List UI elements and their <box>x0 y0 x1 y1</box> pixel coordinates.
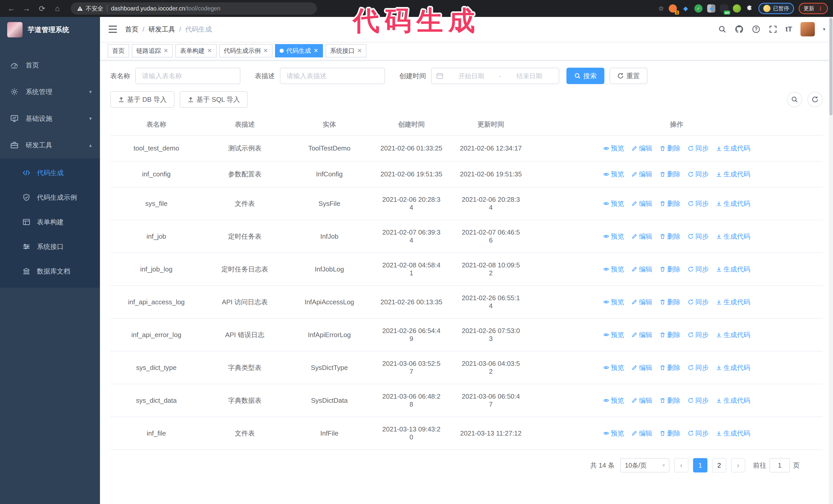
home-icon[interactable]: ⌂ <box>51 2 64 15</box>
generate-code-link[interactable]: 生成代码 <box>716 297 750 307</box>
browser-menu-icon[interactable]: ⋮ <box>818 5 823 11</box>
delete-link[interactable]: 删除 <box>660 297 681 307</box>
generate-code-link[interactable]: 生成代码 <box>716 199 750 208</box>
preview-link[interactable]: 预览 <box>603 297 624 307</box>
scrollbar-thumb[interactable] <box>829 18 832 115</box>
extension-grid-icon[interactable]: ◆ <box>707 4 715 13</box>
sync-link[interactable]: 同步 <box>688 265 709 274</box>
generate-code-link[interactable]: 生成代码 <box>716 331 750 339</box>
preview-link[interactable]: 预览 <box>603 199 624 208</box>
preview-link[interactable]: 预览 <box>603 331 624 339</box>
sidebar-item-codegen[interactable]: 代码生成 <box>0 161 100 185</box>
reload-icon[interactable]: ⟳ <box>36 2 48 15</box>
breadcrumb-home[interactable]: 首页 <box>125 25 138 34</box>
extension-gem-icon[interactable]: ◆ <box>682 4 690 13</box>
breadcrumb-devtools[interactable]: 研发工具 <box>148 25 175 34</box>
generate-code-link[interactable]: 生成代码 <box>716 170 750 179</box>
delete-link[interactable]: 删除 <box>660 199 681 208</box>
extension-check-icon[interactable]: ✓ <box>694 4 703 13</box>
sync-link[interactable]: 同步 <box>688 170 709 179</box>
sync-link[interactable]: 同步 <box>688 331 709 339</box>
avatar[interactable] <box>801 22 815 37</box>
delete-link[interactable]: 删除 <box>660 170 681 179</box>
profile-paused-chip[interactable]: 已暂停 <box>758 3 794 14</box>
extension-orange-icon[interactable]: 1 <box>669 4 677 13</box>
tab-home[interactable]: 首页 <box>108 44 129 57</box>
edit-link[interactable]: 编辑 <box>631 232 652 241</box>
tab-form-builder[interactable]: 表单构建✕ <box>175 44 216 57</box>
sync-link[interactable]: 同步 <box>688 199 709 208</box>
next-page-button[interactable]: › <box>731 458 745 473</box>
tab-codegen-example[interactable]: 代码生成示例✕ <box>219 44 272 57</box>
sidebar-item-form-builder[interactable]: 表单构建 <box>0 210 100 234</box>
forward-icon[interactable]: → <box>21 2 33 15</box>
sync-link[interactable]: 同步 <box>688 144 709 153</box>
fullscreen-icon[interactable] <box>769 25 777 33</box>
sidebar-item-system-api[interactable]: 系统接口 <box>0 234 100 259</box>
extension-on-icon[interactable]: on <box>720 4 728 13</box>
generate-code-link[interactable]: 生成代码 <box>716 144 750 153</box>
page-button-1[interactable]: 1 <box>693 458 708 473</box>
reset-button[interactable]: 重置 <box>610 68 647 84</box>
edit-link[interactable]: 编辑 <box>631 199 652 208</box>
close-icon[interactable]: ✕ <box>263 47 268 54</box>
goto-page-input[interactable] <box>769 458 790 473</box>
search-button[interactable]: 搜索 <box>567 68 604 84</box>
import-db-button[interactable]: 基于 DB 导入 <box>110 91 174 108</box>
sync-link[interactable]: 同步 <box>688 363 709 372</box>
delete-link[interactable]: 删除 <box>660 144 681 153</box>
preview-link[interactable]: 预览 <box>603 232 624 241</box>
edit-link[interactable]: 编辑 <box>631 170 652 179</box>
edit-link[interactable]: 编辑 <box>631 297 652 307</box>
generate-code-link[interactable]: 生成代码 <box>716 363 750 372</box>
text-size-icon[interactable]: tT <box>786 25 792 33</box>
caret-down-icon[interactable]: ▾ <box>823 26 825 32</box>
edit-link[interactable]: 编辑 <box>631 265 652 274</box>
security-warning[interactable]: 不安全 <box>77 5 103 13</box>
page-button-2[interactable]: 2 <box>712 458 727 473</box>
extension-bot-icon[interactable] <box>733 4 741 13</box>
sidebar-item-db-doc[interactable]: 数据库文档 <box>0 259 100 284</box>
preview-link[interactable]: 预览 <box>603 396 624 405</box>
sync-link[interactable]: 同步 <box>688 232 709 241</box>
sync-link[interactable]: 同步 <box>688 297 709 307</box>
delete-link[interactable]: 删除 <box>660 232 681 241</box>
tab-codegen[interactable]: 代码生成✕ <box>275 44 323 57</box>
edit-link[interactable]: 编辑 <box>631 396 652 405</box>
extension-puzzle-icon[interactable] <box>745 4 754 13</box>
sidebar-item-infra[interactable]: 基础设施 ▾ <box>0 105 100 132</box>
search-icon[interactable] <box>718 25 727 33</box>
generate-code-link[interactable]: 生成代码 <box>716 429 750 438</box>
sidebar-item-home[interactable]: 首页 <box>0 52 100 78</box>
delete-link[interactable]: 删除 <box>660 429 681 438</box>
preview-link[interactable]: 预览 <box>603 170 624 179</box>
sidebar-logo[interactable]: 芋道管理系统 <box>0 17 100 43</box>
edit-link[interactable]: 编辑 <box>631 363 652 372</box>
show-search-button[interactable] <box>787 92 802 107</box>
sync-link[interactable]: 同步 <box>688 396 709 405</box>
generate-code-link[interactable]: 生成代码 <box>716 396 750 405</box>
close-icon[interactable]: ✕ <box>207 47 212 54</box>
back-icon[interactable]: ← <box>5 2 18 15</box>
delete-link[interactable]: 删除 <box>660 363 681 372</box>
sidebar-item-devtools[interactable]: 研发工具 ▴ <box>0 132 100 159</box>
delete-link[interactable]: 删除 <box>660 331 681 339</box>
preview-link[interactable]: 预览 <box>603 144 624 153</box>
edit-link[interactable]: 编辑 <box>631 144 652 153</box>
preview-link[interactable]: 预览 <box>603 363 624 372</box>
import-sql-button[interactable]: 基于 SQL 导入 <box>180 91 248 108</box>
hamburger-icon[interactable] <box>108 24 118 34</box>
table-name-input[interactable] <box>135 68 240 84</box>
delete-link[interactable]: 删除 <box>660 265 681 274</box>
github-icon[interactable] <box>735 25 743 33</box>
tab-system-api[interactable]: 系统接口✕ <box>326 44 366 57</box>
page-size-select[interactable]: 10条/页 ▾ <box>620 458 669 473</box>
prev-page-button[interactable]: ‹ <box>674 458 688 473</box>
url-bar[interactable]: 不安全 dashboard.yudao.iocoder.cn/tool/code… <box>71 2 317 15</box>
date-range-picker[interactable]: 开始日期 - 结束日期 <box>431 68 559 84</box>
generate-code-link[interactable]: 生成代码 <box>716 232 750 241</box>
tab-trace[interactable]: 链路追踪✕ <box>132 44 173 57</box>
sidebar-item-system[interactable]: 系统管理 ▾ <box>0 78 100 105</box>
close-icon[interactable]: ✕ <box>164 47 168 54</box>
delete-link[interactable]: 删除 <box>660 396 681 405</box>
